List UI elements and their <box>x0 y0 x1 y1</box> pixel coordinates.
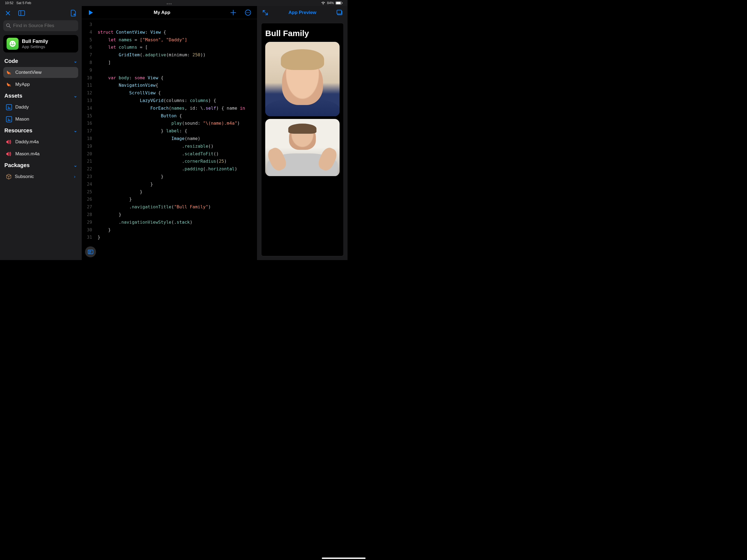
section-resources-label: Resources <box>4 127 32 134</box>
sound-icon <box>6 139 12 144</box>
sidebar-item-contentview[interactable]: ContentView <box>3 67 78 78</box>
device-picker-icon[interactable] <box>336 9 343 16</box>
svg-point-11 <box>8 119 9 119</box>
sidebar: Bull Family App Settings Code ⌄ ContentV… <box>0 6 81 260</box>
app-settings-card[interactable]: Bull Family App Settings <box>3 35 78 52</box>
svg-point-15 <box>249 12 250 13</box>
section-resources[interactable]: Resources ⌄ <box>3 126 78 135</box>
sound-icon <box>6 152 12 156</box>
section-assets[interactable]: Assets ⌄ <box>3 91 78 101</box>
new-file-icon[interactable] <box>70 9 77 17</box>
section-assets-label: Assets <box>4 93 22 99</box>
chevron-down-icon: ⌄ <box>74 58 77 64</box>
preview-pane: App Preview Bull Family <box>257 6 347 260</box>
sidebar-item-label: Mason.m4a <box>15 151 40 157</box>
expand-preview-icon[interactable] <box>262 9 269 16</box>
search-input[interactable] <box>13 23 75 28</box>
svg-rect-1 <box>336 2 341 4</box>
sidebar-item-label: Subsonic <box>15 174 34 179</box>
search-icon <box>6 23 11 28</box>
battery-percent: 84% <box>327 1 334 5</box>
sidebar-item-label: Mason <box>15 117 29 122</box>
svg-point-14 <box>248 12 249 13</box>
swift-icon <box>6 70 12 75</box>
sidebar-item-label: MyApp <box>15 82 30 87</box>
section-code-label: Code <box>4 58 18 64</box>
svg-rect-3 <box>19 11 25 16</box>
app-subtitle: App Settings <box>22 44 48 49</box>
app-name: Bull Family <box>22 39 48 44</box>
sidebar-item-mason-m4a[interactable]: Mason.m4a <box>3 149 78 159</box>
svg-point-9 <box>13 42 14 44</box>
sidebar-item-subsonic[interactable]: Subsonic › <box>3 171 78 182</box>
status-date: Sat 5 Feb <box>17 1 31 5</box>
image-icon <box>6 104 12 110</box>
preview-photo-daddy[interactable] <box>265 119 340 176</box>
sidebar-item-label: Daddy <box>15 104 29 110</box>
preview-photo-mason[interactable] <box>265 42 340 116</box>
section-packages[interactable]: Packages ⌄ <box>3 160 78 170</box>
preview-nav-title: Bull Family <box>265 29 340 38</box>
code-editor[interactable]: 3456789101112131415161718192021222324252… <box>82 19 257 260</box>
section-code[interactable]: Code ⌄ <box>3 56 78 66</box>
sidebar-item-daddy-asset[interactable]: Daddy <box>3 102 78 113</box>
svg-point-13 <box>247 12 247 13</box>
editor-title: My App <box>154 10 170 15</box>
image-icon <box>6 116 12 122</box>
more-button[interactable] <box>244 9 252 16</box>
svg-point-8 <box>11 42 12 44</box>
swift-icon <box>6 81 12 87</box>
chevron-down-icon: ⌄ <box>74 163 77 168</box>
preview-device[interactable]: Bull Family <box>261 23 344 256</box>
wifi-icon <box>321 1 325 5</box>
run-button[interactable] <box>87 9 94 16</box>
console-button[interactable] <box>85 246 96 257</box>
svg-point-7 <box>9 41 16 47</box>
section-packages-label: Packages <box>4 162 29 169</box>
editor: ••• My App 34567891011121314151617181920… <box>81 6 257 260</box>
svg-line-6 <box>9 27 11 28</box>
preview-title: App Preview <box>288 10 316 15</box>
sidebar-item-mason-asset[interactable]: Mason <box>3 114 78 125</box>
add-button[interactable] <box>230 9 237 16</box>
svg-point-10 <box>8 106 9 107</box>
chevron-right-icon: › <box>74 174 75 179</box>
sidebar-item-myapp[interactable]: MyApp <box>3 79 78 90</box>
svg-point-5 <box>6 24 9 27</box>
app-icon <box>6 38 19 50</box>
search-field[interactable] <box>3 20 78 31</box>
svg-rect-21 <box>337 10 341 14</box>
chevron-down-icon: ⌄ <box>74 93 77 98</box>
sidebar-item-label: Daddy.m4a <box>15 139 39 145</box>
sidebar-item-label: ContentView <box>15 70 42 75</box>
line-gutter: 3456789101112131415161718192021222324252… <box>82 19 96 260</box>
close-icon[interactable] <box>4 9 11 17</box>
status-time: 10:52 <box>5 1 14 5</box>
multitask-dots-icon[interactable]: ••• <box>166 2 172 6</box>
svg-rect-2 <box>342 2 343 4</box>
battery-icon <box>335 1 343 5</box>
sidebar-toggle-icon[interactable] <box>18 9 25 17</box>
code-text[interactable]: struct ContentView: View { let names = [… <box>96 19 257 260</box>
package-icon <box>6 174 11 179</box>
status-bar: 10:52 Sat 5 Feb 84% <box>0 0 347 6</box>
sidebar-item-daddy-m4a[interactable]: Daddy.m4a <box>3 136 78 147</box>
chevron-down-icon: ⌄ <box>74 128 77 133</box>
